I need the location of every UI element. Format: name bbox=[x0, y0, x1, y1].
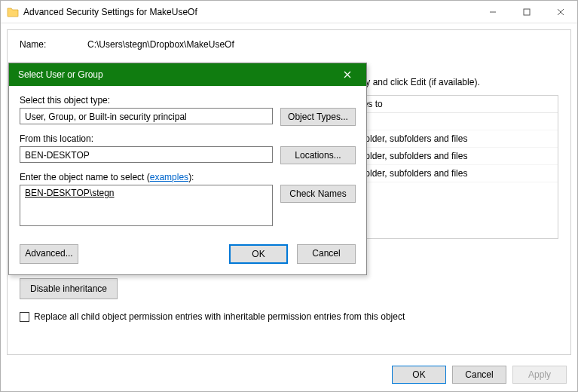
cancel-button[interactable]: Cancel bbox=[452, 366, 506, 384]
location-label: From this location: bbox=[20, 133, 356, 144]
name-row: Name: C:\Users\stegn\Dropbox\MakeUseOf bbox=[20, 39, 558, 50]
replace-checkbox-row[interactable]: Replace all child object permission entr… bbox=[20, 311, 558, 322]
maximize-button[interactable] bbox=[509, 1, 543, 23]
examples-link[interactable]: examples bbox=[150, 172, 188, 182]
window-title: Advanced Security Settings for MakeUseOf bbox=[23, 7, 476, 17]
dialog-body: Select this object type: User, Group, or… bbox=[9, 86, 366, 244]
object-type-field[interactable]: User, Group, or Built-in security princi… bbox=[20, 108, 273, 124]
main-footer: OK Cancel Apply bbox=[392, 366, 567, 384]
minimize-button[interactable] bbox=[476, 1, 509, 23]
folder-icon bbox=[7, 6, 19, 18]
titlebar: Advanced Security Settings for MakeUseOf bbox=[1, 1, 577, 23]
object-types-button[interactable]: Object Types... bbox=[280, 108, 356, 126]
dialog-cancel-button[interactable]: Cancel bbox=[297, 244, 356, 264]
checkbox-icon[interactable] bbox=[20, 312, 29, 322]
dialog-title: Select User or Group bbox=[18, 69, 336, 80]
location-field[interactable]: BEN-DESKTOP bbox=[20, 146, 273, 163]
close-button[interactable] bbox=[543, 1, 577, 23]
object-name-field[interactable]: BEN-DESKTOP\stegn bbox=[20, 185, 273, 226]
main-window: Advanced Security Settings for MakeUseOf… bbox=[0, 0, 578, 392]
check-names-button[interactable]: Check Names bbox=[280, 185, 356, 203]
window-controls bbox=[476, 1, 577, 23]
object-name-label: Enter the object name to select (example… bbox=[20, 172, 356, 182]
svg-rect-1 bbox=[524, 9, 530, 15]
dialog-titlebar: Select User or Group bbox=[9, 63, 366, 86]
select-user-dialog: Select User or Group Select this object … bbox=[8, 63, 367, 275]
dialog-close-button[interactable] bbox=[336, 63, 359, 86]
advanced-button[interactable]: Advanced... bbox=[20, 244, 78, 264]
object-type-label: Select this object type: bbox=[20, 95, 356, 106]
name-value: C:\Users\stegn\Dropbox\MakeUseOf bbox=[87, 39, 234, 50]
apply-button: Apply bbox=[512, 366, 567, 384]
replace-checkbox-label: Replace all child object permission entr… bbox=[34, 311, 405, 322]
locations-button[interactable]: Locations... bbox=[280, 146, 356, 164]
dialog-footer: Advanced... OK Cancel bbox=[9, 244, 366, 274]
ok-button[interactable]: OK bbox=[392, 366, 446, 384]
name-label: Name: bbox=[20, 39, 87, 50]
disable-inheritance-button[interactable]: Disable inheritance bbox=[20, 278, 118, 299]
dialog-ok-button[interactable]: OK bbox=[229, 244, 288, 264]
